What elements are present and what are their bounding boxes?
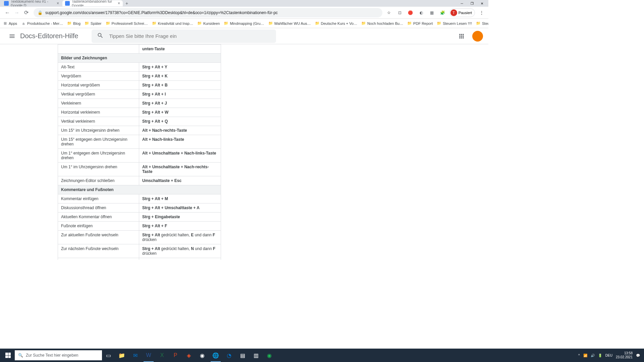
action-cell: Vertikal vergrößern (58, 90, 139, 99)
ext-icon-2[interactable]: 🛑 (407, 9, 415, 17)
ext-icon-3[interactable]: ◐ (417, 9, 425, 17)
bookmark-item[interactable]: 📁Wahlfächer WU Aus… (268, 21, 311, 26)
shortcut-cell: Strg + Eingabetaste (139, 213, 221, 222)
shortcut-cell: Alt + Nach-rechts-Taste (139, 126, 221, 135)
search-box[interactable] (92, 29, 276, 43)
back-button[interactable]: ← (3, 8, 12, 17)
table-row: Zur nächsten Fußnote wechselnStrg + Alt … (58, 244, 221, 258)
bookmark-item[interactable]: aProduktsuche - Mer… (21, 21, 63, 26)
shortcut-cell: Strg + Alt gedrückt halten, N und dann F… (139, 244, 221, 258)
tab-1[interactable]: Tastenkombinationen für Google × (62, 0, 123, 6)
table-row: Vertikal vergrößernStrg + Alt + I (58, 90, 221, 99)
menu-icon[interactable]: ⋮ (478, 9, 486, 17)
action-cell: Um 15° im Uhrzeigersinn drehen (58, 126, 139, 135)
forward-button[interactable]: → (12, 8, 21, 17)
close-icon[interactable]: × (57, 1, 59, 6)
action-cell: Um 1° entgegen dem Uhrzeigersinn drehen (58, 149, 139, 163)
action-cell: Vergrößern (58, 72, 139, 81)
ext-icon-4[interactable]: ▦ (428, 9, 436, 17)
shortcut-cell: Umschalttaste + Esc (139, 176, 221, 185)
bookmark-item[interactable]: 📁Blog (67, 21, 80, 26)
window-controls: ─ ❐ ✕ (457, 0, 487, 6)
bookmark-label: Mindmapping (Gru… (230, 21, 264, 25)
shortcut-cell: Alt + Umschalttaste + Nach-links-Taste (139, 149, 221, 163)
bookmark-label: Deutsche Kurs + Vo… (321, 21, 358, 25)
bookmark-item[interactable]: 📁PDF Report (407, 21, 433, 26)
bookmark-item[interactable]: 📁Kreativität und Insp… (152, 21, 193, 26)
bookmark-label: Produktsuche - Mer… (27, 21, 63, 25)
address-bar[interactable]: 🔒 support.google.com/docs/answer/179738?… (34, 8, 382, 17)
shortcut-cell: Strg + Alt + F (139, 222, 221, 231)
table-row: Um 1° im Uhrzeigersinn drehenAlt + Umsch… (58, 163, 221, 176)
bookmark-item[interactable]: 📁Steuern Lesen !!!! (437, 21, 472, 26)
bookmark-item[interactable]: 📁Mindmapping (Gru… (224, 21, 264, 26)
table-row: VergrößernStrg + Alt + K (58, 72, 221, 81)
avatar[interactable] (472, 31, 483, 42)
shortcut-cell: Alt + Nach-links-Taste (139, 135, 221, 149)
bookmark-item[interactable]: ⊞Apps (3, 21, 17, 26)
bookmarks-bar: ⊞AppsaProduktsuche - Mer…📁Blog📁Später📁Pr… (0, 19, 488, 28)
close-button[interactable]: ✕ (477, 0, 487, 6)
reload-button[interactable]: ⟳ (21, 8, 31, 17)
shortcut-cell: Strg + Alt + Y (139, 63, 221, 72)
extensions-puzzle-icon[interactable]: 🧩 (439, 9, 447, 17)
bookmark-item[interactable]: 📁Kursideen (197, 21, 220, 26)
action-cell: Vertikal verkleinern (58, 117, 139, 126)
folder-icon: 📁 (106, 21, 110, 26)
bookmark-label: Blog (73, 21, 80, 25)
table-row: Diskussionsthread öffnenStrg + Alt + Ums… (58, 203, 221, 213)
search-icon (97, 32, 104, 40)
folder-icon: 📁 (67, 21, 72, 26)
minimize-button[interactable]: ─ (457, 0, 467, 6)
tabs-area: Textdokument neu #1 - Google D × Tastenk… (1, 0, 457, 6)
hamburger-icon[interactable] (5, 29, 19, 43)
maximize-button[interactable]: ❐ (467, 0, 477, 6)
folder-icon: 📁 (437, 21, 441, 26)
table-row: Fußnote einfügenStrg + Alt + F (58, 222, 221, 231)
bookmark-item[interactable]: 📁Deutsche Kurs + Vo… (315, 21, 358, 26)
table-row: Um 15° entgegen dem Uhrzeigersinn drehen… (58, 135, 221, 149)
bookmark-item[interactable]: 📁Professionell Schrei… (106, 21, 148, 26)
table-row: Aktuellen Kommentar öffnenStrg + Eingabe… (58, 213, 221, 222)
shortcut-cell: Strg + Alt + W (139, 108, 221, 117)
section-header: Kommentare und Fußnoten (58, 185, 221, 194)
address-bar-row: ← → ⟳ 🔒 support.google.com/docs/answer/1… (0, 7, 488, 19)
bookmark-item[interactable]: 📁Später (85, 21, 101, 26)
bookmark-label: Apps (9, 21, 17, 25)
app-header: Docs-Editoren-Hilfe (0, 28, 488, 44)
content-area[interactable]: unten-TasteBilder und ZeichnungenAlt-Tex… (0, 44, 488, 260)
folder-icon: 📁 (315, 21, 320, 26)
shortcut-cell: Strg + Alt + I (139, 90, 221, 99)
browser-tab-strip: Textdokument neu #1 - Google D × Tastenk… (0, 0, 488, 7)
table-row: Zur aktuellen Fußnote wechselnStrg + Alt… (58, 231, 221, 244)
tab-0[interactable]: Textdokument neu #1 - Google D × (1, 0, 62, 6)
shortcuts-table: unten-TasteBilder und ZeichnungenAlt-Tex… (58, 44, 221, 260)
folder-icon: 📁 (361, 21, 366, 26)
profile-badge[interactable]: T Pausiert (449, 8, 475, 17)
new-tab-button[interactable]: + (123, 0, 130, 6)
folder-icon: 📁 (476, 21, 481, 26)
action-cell: Zur vorherigen Fußnote wechseln (58, 258, 139, 260)
action-cell: Zur aktuellen Fußnote wechseln (58, 231, 139, 244)
bookmark-label: Steuern Videos wic… (482, 21, 488, 25)
bookmark-item[interactable]: 📁Steuern Videos wic… (476, 21, 488, 26)
apps-grid-icon[interactable] (455, 29, 468, 43)
bookmark-label: Kursideen (203, 21, 220, 25)
star-icon[interactable]: ☆ (385, 9, 393, 17)
table-row: Zur vorherigen Fußnote wechselnStrg + Al… (58, 258, 221, 260)
section-header: Bilder und Zeichnungen (58, 54, 221, 63)
table-row: Kommentar einfügenStrg + Alt + M (58, 194, 221, 203)
action-cell: Um 15° entgegen dem Uhrzeigersinn drehen (58, 135, 139, 149)
search-input[interactable] (109, 33, 271, 39)
tab-label: Tastenkombinationen für Google (72, 0, 115, 6)
shortcut-cell: Strg + Alt gedrückt halten, P und dann F… (139, 258, 221, 260)
ext-icon-1[interactable]: ⊡ (396, 9, 404, 17)
table-row: Horizontal verkleinernStrg + Alt + W (58, 108, 221, 117)
amazon-icon: a (21, 21, 26, 26)
action-cell: Um 1° im Uhrzeigersinn drehen (58, 163, 139, 176)
action-cell: Alt-Text (58, 63, 139, 72)
section-header-row: Kommentare und Fußnoten (58, 185, 221, 194)
bookmark-item[interactable]: 📁Noch hochladen Bu… (361, 21, 403, 26)
close-icon[interactable]: × (118, 1, 120, 6)
profile-avatar-icon: T (450, 9, 457, 16)
